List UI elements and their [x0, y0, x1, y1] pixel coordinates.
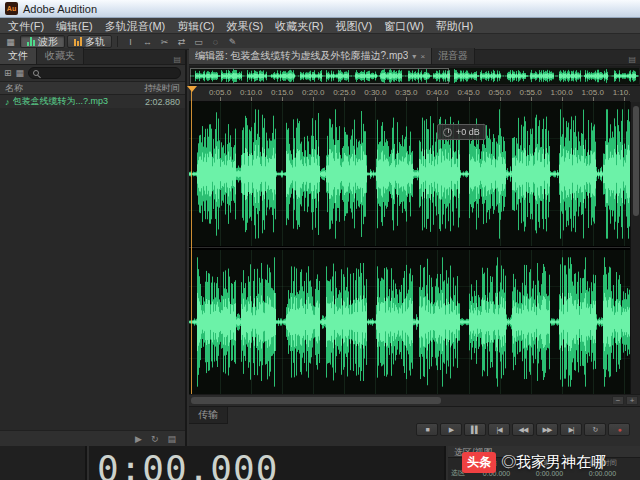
- playhead-handle[interactable]: [187, 86, 197, 92]
- transport-pause-button[interactable]: ▌▌: [464, 423, 486, 436]
- slip-tool-icon[interactable]: ⇄: [174, 35, 189, 48]
- column-name[interactable]: 名称: [5, 82, 23, 95]
- ruler-tick: [282, 97, 283, 101]
- move-tool-icon[interactable]: ↔: [140, 35, 155, 48]
- files-panel-footer: ▶ ↻ ▤: [0, 430, 185, 446]
- zoom-out-icon[interactable]: −: [612, 396, 624, 405]
- menu-item[interactable]: 视图(V): [329, 18, 378, 34]
- menu-item[interactable]: 编辑(E): [50, 18, 99, 34]
- vertical-scrollbar[interactable]: [630, 102, 640, 394]
- horizontal-scroll-thumb[interactable]: [191, 397, 441, 404]
- menubar: 文件(F)编辑(E)多轨混音(M)剪辑(C)效果(S)收藏夹(R)视图(V)窗口…: [0, 18, 640, 34]
- ruler-label: 0:05.0: [209, 88, 231, 97]
- ruler-tick: [344, 97, 345, 101]
- multitrack-icon: [74, 37, 82, 46]
- brush-tool-icon[interactable]: ✎: [225, 35, 240, 48]
- horizontal-zoom-bar[interactable]: − +: [189, 394, 640, 406]
- ruler-tick: [251, 97, 252, 101]
- ruler-label: 0:50.0: [488, 88, 510, 97]
- open-file-icon[interactable]: ▦: [16, 68, 25, 78]
- transport-buttons: ■▶▌▌|◀◀◀▶▶▶|↻●: [416, 423, 630, 436]
- audio-file-icon: ♪: [5, 97, 10, 107]
- menu-item[interactable]: 窗口(W): [378, 18, 430, 34]
- files-panel: 文件 收藏夹 ▤ ⊞ ▦ 名称 持续时间 ♪ 包装盒线缆转为...?.mp3 2…: [0, 50, 187, 446]
- ruler-tick: [624, 97, 625, 101]
- menu-item[interactable]: 帮助(H): [430, 18, 479, 34]
- overview-canvas[interactable]: [190, 68, 639, 84]
- menu-item[interactable]: 收藏夹(R): [269, 18, 329, 34]
- volume-hud-value: +0 dB: [456, 127, 480, 137]
- waveform-view-button[interactable]: 波形: [20, 35, 65, 48]
- titlebar[interactable]: Au Adobe Audition: [0, 0, 640, 18]
- ruler-tick: [562, 97, 563, 101]
- tab-editor[interactable]: 编辑器: 包装盒线缆转为虚线及外轮廓描边?.mp3 ▾ ×: [189, 48, 432, 64]
- zoom-in-icon[interactable]: +: [626, 396, 638, 405]
- menu-item[interactable]: 多轨混音(M): [99, 18, 172, 34]
- transport-rewind-button[interactable]: ◀◀: [512, 423, 534, 436]
- volume-knob-icon[interactable]: [443, 128, 452, 137]
- zoom-navigator[interactable]: [189, 66, 640, 86]
- file-search-input[interactable]: [42, 68, 176, 78]
- ruler-label: 0:15.0: [271, 88, 293, 97]
- waveform-canvas[interactable]: [189, 102, 630, 394]
- files-column-headers[interactable]: 名称 持续时间: [0, 82, 185, 95]
- transport-stop-button[interactable]: ■: [416, 423, 438, 436]
- file-row[interactable]: ♪ 包装盒线缆转为...?.mp3 2:02.880: [0, 95, 185, 108]
- current-time-readout: 0:00.000: [97, 448, 278, 480]
- waveform-button-label: 波形: [38, 35, 58, 49]
- window-title: Adobe Audition: [23, 3, 97, 15]
- files-panel-menu-icon[interactable]: ▤: [169, 55, 185, 64]
- chevron-down-icon[interactable]: ▾: [412, 52, 416, 61]
- transport-fast-forward-button[interactable]: ▶▶: [536, 423, 558, 436]
- transport-tab-label[interactable]: 传输: [189, 407, 228, 424]
- ruler-tick: [469, 97, 470, 101]
- volume-hud[interactable]: +0 dB: [437, 124, 486, 140]
- ruler-tick: [531, 97, 532, 101]
- ruler-label: 0:10.0: [240, 88, 262, 97]
- autoplay-icon[interactable]: ▶: [135, 434, 142, 444]
- ruler-label: 0:55.0: [519, 88, 541, 97]
- transport-play-button[interactable]: ▶: [440, 423, 462, 436]
- menu-item[interactable]: 剪辑(C): [171, 18, 220, 34]
- ruler-tick: [406, 97, 407, 101]
- ruler-label: 0:45.0: [457, 88, 479, 97]
- time-selection-tool-icon[interactable]: I: [123, 35, 138, 48]
- razor-tool-icon[interactable]: ✂: [157, 35, 172, 48]
- multitrack-button-label: 多轨: [85, 35, 105, 49]
- timeline-ruler[interactable]: 0:05.00:10.00:15.00:20.00:25.00:30.00:35…: [189, 86, 630, 102]
- transport-loop-button[interactable]: ↻: [584, 423, 606, 436]
- ruler-label: 0:35.0: [395, 88, 417, 97]
- vertical-scrollbar-thumb[interactable]: [633, 106, 639, 216]
- multitrack-view-button[interactable]: 多轨: [67, 35, 112, 48]
- file-search-box[interactable]: [28, 67, 181, 79]
- transport-record-button[interactable]: ●: [608, 423, 630, 436]
- menu-item[interactable]: 文件(F): [2, 18, 50, 34]
- ruler-tick: [313, 97, 314, 101]
- loop-playback-icon[interactable]: ↻: [151, 434, 159, 444]
- watermark: 头条 ◎我家男神在哪: [462, 452, 606, 473]
- marquee-tool-icon[interactable]: ▭: [191, 35, 206, 48]
- menu-item[interactable]: 效果(S): [221, 18, 270, 34]
- transport-panel: 传输 ■▶▌▌|◀◀◀▶▶▶|↻●: [189, 406, 640, 446]
- waveform-display[interactable]: [189, 102, 630, 394]
- tab-favorites[interactable]: 收藏夹: [37, 48, 84, 64]
- files-toolbar: ⊞ ▦: [0, 65, 185, 82]
- open-file-icon[interactable]: ▦: [3, 35, 18, 48]
- lasso-tool-icon[interactable]: ◌: [208, 35, 223, 48]
- media-filter-icon[interactable]: ▤: [167, 434, 176, 444]
- editor-panel-menu-icon[interactable]: ▤: [624, 55, 640, 64]
- column-duration[interactable]: 持续时间: [144, 82, 180, 95]
- transport-skip-forward-button[interactable]: ▶|: [560, 423, 582, 436]
- tab-mixer[interactable]: 混音器: [432, 48, 475, 64]
- file-duration: 2:02.880: [145, 97, 180, 107]
- levels-panel: [0, 446, 87, 480]
- ruler-label: 0:30.0: [364, 88, 386, 97]
- waveform-icon: [27, 37, 35, 46]
- file-name: 包装盒线缆转为...?.mp3: [13, 95, 109, 108]
- tab-files[interactable]: 文件: [0, 48, 37, 64]
- ruler-tick: [500, 97, 501, 101]
- transport-skip-back-button[interactable]: |◀: [488, 423, 510, 436]
- close-icon[interactable]: ×: [420, 52, 425, 61]
- import-file-icon[interactable]: ⊞: [4, 68, 12, 78]
- ruler-label: 1:10.0: [613, 88, 630, 97]
